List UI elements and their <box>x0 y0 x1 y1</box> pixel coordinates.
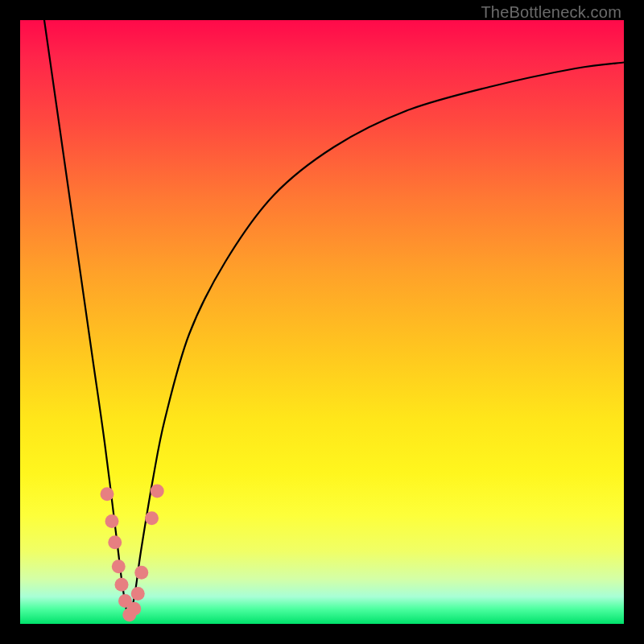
bottleneck-curve-svg <box>20 20 624 624</box>
highlight-dot <box>131 587 145 601</box>
highlight-dot <box>115 578 129 592</box>
highlight-dot <box>108 535 122 549</box>
highlight-dot <box>151 485 164 498</box>
outer-frame: TheBottleneck.com <box>0 0 644 644</box>
highlight-dot <box>105 514 119 528</box>
highlight-dot <box>101 487 114 501</box>
highlight-dot <box>145 511 159 525</box>
plot-area <box>20 20 624 624</box>
bottleneck-curve <box>44 20 624 618</box>
highlight-dot <box>112 559 126 573</box>
attribution-text: TheBottleneck.com <box>481 3 621 22</box>
highlight-dot <box>127 602 141 616</box>
highlight-dots <box>101 485 164 622</box>
highlight-dot <box>134 566 148 580</box>
